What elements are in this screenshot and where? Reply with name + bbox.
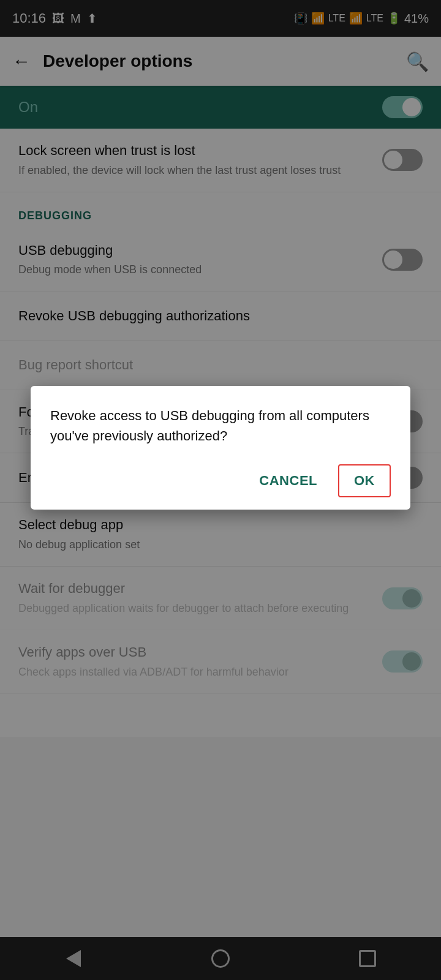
ok-button[interactable]: OK	[338, 464, 391, 497]
cancel-button[interactable]: CANCEL	[244, 464, 332, 497]
dialog-buttons: CANCEL OK	[50, 464, 391, 497]
revoke-dialog: Revoke access to USB debugging from all …	[31, 386, 410, 510]
dialog-message: Revoke access to USB debugging from all …	[50, 405, 391, 446]
